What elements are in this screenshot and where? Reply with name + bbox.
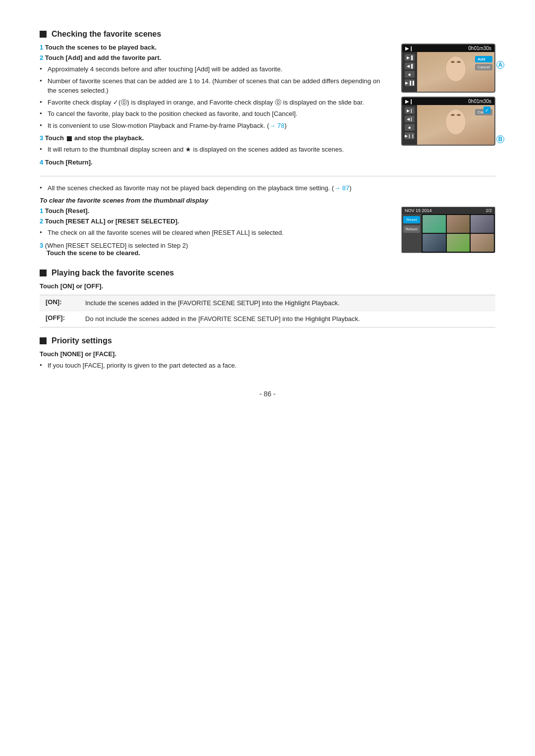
camera-images: ▶❙ 0h01m30s ▶▐ ◀▐ ■ ▶▐▐ <box>401 44 495 169</box>
checking-title-text: Checking the favorite scenes <box>52 30 161 39</box>
bullet1-2: Number of favorite scenes that can be ad… <box>40 76 386 96</box>
ref-link-87: → 87 <box>334 184 349 192</box>
playing-back-title: Playing back the favorite scenes <box>40 269 495 277</box>
page-number: - 86 - <box>40 390 495 398</box>
cam-b-face-oval <box>445 109 466 135</box>
bullet1-4: To cancel the favorite, play back to the… <box>40 109 386 119</box>
thumb-grid-header: NOV 15 2014 2/2 <box>402 207 495 214</box>
cam-b-header-icons: ▶❙ <box>405 99 413 104</box>
priority-section: Priority settings Touch [NONE] or [FACE]… <box>40 336 495 371</box>
camera-a-ui: ▶❙ 0h01m30s ▶▐ ◀▐ ■ ▶▐▐ <box>401 44 495 93</box>
thumb-grid <box>422 214 495 253</box>
thumb-grid-sidebar: Reset Return <box>402 214 495 253</box>
bullet2-1: It will return to the thumbnail display … <box>40 145 386 155</box>
cam-b-controls: ▶❙ ◀❙ ■ ▶❙❙ <box>402 105 417 145</box>
cam-b-ctrl-2: ◀❙ <box>405 115 415 122</box>
clear-step2-block: 2 Touch [RESET ALL] or [RESET SELECTED]. <box>40 217 381 225</box>
clear-step3-num: 3 <box>40 242 43 249</box>
divider-1 <box>40 176 495 176</box>
step4-label: Touch [Return]. <box>45 159 93 166</box>
section-icon <box>40 31 47 38</box>
cam-b-ctrl-3: ■ <box>405 124 415 131</box>
table-key-on: [ON]: <box>40 295 79 311</box>
thumb-grid-wrapper: NOV 15 2014 2/2 Reset Return <box>401 207 495 260</box>
thumb-header-date: NOV 15 2014 <box>405 208 432 213</box>
checking-section: Checking the favorite scenes 1 Touch the… <box>40 30 495 260</box>
cam-b-ctrl-1: ▶❙ <box>405 107 415 114</box>
thumb-cell-4 <box>423 234 446 252</box>
step3-num: 3 <box>40 134 43 142</box>
thumb-cell-2 <box>447 215 470 233</box>
cam-a-face-oval <box>445 56 466 82</box>
cam-a-controls: ▶▐ ◀▐ ■ ▶▐▐ <box>402 52 417 92</box>
playing-back-title-text: Playing back the favorite scenes <box>52 269 174 277</box>
label-a: A <box>496 61 504 69</box>
cam-a-add-btn[interactable]: Add <box>475 56 492 62</box>
camera-b-ui: ▶❙ 0h01m30s ▶❙ ◀❙ ■ ▶❙❙ <box>401 97 495 146</box>
step-content: 1 Touch the scenes to be played back. 2 … <box>40 44 386 169</box>
clear-step2-label: Touch [RESET ALL] or [RESET SELECTED]. <box>45 217 179 225</box>
step1-block: 1 Touch the scenes to be played back. <box>40 44 386 51</box>
priority-subtitle: Touch [NONE] or [FACE]. <box>40 350 495 358</box>
table-val-on: Include the scenes added in the [FAVORIT… <box>79 295 495 311</box>
cam-a-cancel-btn[interactable]: Cancel <box>475 64 492 70</box>
thumb-return-btn[interactable]: Return <box>403 225 420 233</box>
cam-b-eye-right <box>457 114 461 116</box>
priority-bullets: If you touch [FACE], priority is given t… <box>40 361 495 371</box>
checking-title: Checking the favorite scenes <box>40 30 495 39</box>
thumb-grid-container: NOV 15 2014 2/2 Reset Return <box>401 207 495 253</box>
step3-label: Touch and stop the playback. <box>45 134 144 142</box>
table-row-on: [ON]: Include the scenes added in the [F… <box>40 295 495 312</box>
cam-a-body: ▶▐ ◀▐ ■ ▶▐▐ <box>402 52 494 92</box>
cam-a-face-bg: Add Cancel <box>417 52 494 92</box>
thumb-cell-5 <box>447 234 470 252</box>
bullets1-list: Approximately 4 seconds before and after… <box>40 64 386 130</box>
camera-a-wrapper: ▶❙ 0h01m30s ▶▐ ◀▐ ■ ▶▐▐ <box>401 44 495 93</box>
step4-block: 4 Touch [Return]. <box>40 159 386 166</box>
cam-b-play-icon: ▶❙ <box>405 99 413 104</box>
clear-step1-label: Touch [Reset]. <box>45 207 89 215</box>
clear-step1-block: 1 Touch [Reset]. <box>40 207 381 215</box>
thumb-cell-6 <box>471 234 494 252</box>
step4-num: 4 <box>40 159 43 166</box>
clear-step3-block: 3 (When [RESET SELECTED] is selected in … <box>40 242 381 257</box>
cam-b-body: ▶❙ ◀❙ ■ ▶❙❙ ✓ <box>402 105 494 145</box>
step2-block: 2 Touch [Add] and add the favorite part. <box>40 54 386 61</box>
ref-link-78: → 78 <box>269 122 284 129</box>
table-key-off: [OFF]: <box>40 311 79 327</box>
thumb-cell-3 <box>471 215 494 233</box>
playing-subtitle: Touch [ON] or [OFF]. <box>40 282 495 290</box>
cam-b-check-overlay: ✓ <box>483 107 490 113</box>
cam-a-play-icon: ▶❙ <box>405 46 413 51</box>
cam-b-preview: ✓ Cancel <box>417 105 494 145</box>
playing-table: [ON]: Include the scenes added in the [F… <box>40 295 495 327</box>
cam-a-btn-overlay: Add Cancel <box>475 56 492 70</box>
cam-a-eye-right <box>457 61 461 63</box>
cam-b-time: 0h01m30s <box>468 99 491 104</box>
cam-b-ctrl-4: ▶❙❙ <box>405 132 415 139</box>
cam-b-header: ▶❙ 0h01m30s <box>402 98 494 105</box>
clear-step3-pre: (When [RESET SELECTED] is selected in St… <box>45 242 188 249</box>
clear-content: To clear the favorite scenes from the th… <box>40 197 381 260</box>
thumb-cell-1 <box>423 215 446 233</box>
table-val-off: Do not include the scenes added in the [… <box>79 311 495 327</box>
label-b: B <box>496 135 504 143</box>
thumb-reset-btn[interactable]: Reset <box>403 216 420 223</box>
cam-b-btn-overlay: ✓ Cancel <box>475 109 492 115</box>
table-row-off: [OFF]: Do not include the scenes added i… <box>40 311 495 327</box>
clear-step2-num: 2 <box>40 217 43 225</box>
cam-a-time: 0h01m30s <box>468 46 491 51</box>
clear-step1-num: 1 <box>40 207 43 215</box>
priority-icon <box>40 337 47 344</box>
clear-bullets: The check on all the favorite scenes wil… <box>40 228 381 238</box>
clear-section-row: To clear the favorite scenes from the th… <box>40 197 495 260</box>
bullet1-1: Approximately 4 seconds before and after… <box>40 64 386 74</box>
note-item: All the scenes checked as favorite may n… <box>40 183 495 193</box>
step-content-row: 1 Touch the scenes to be played back. 2 … <box>40 44 495 169</box>
priority-title: Priority settings <box>40 336 495 345</box>
thumb-sidebar-btns: Reset Return <box>402 214 422 253</box>
bullet1-5: It is convenient to use Slow-motion Play… <box>40 121 386 131</box>
cam-b-eye-left <box>451 114 455 116</box>
thumb-header-page: 2/2 <box>485 208 492 213</box>
clear-bullet1: The check on all the favorite scenes wil… <box>40 228 381 238</box>
